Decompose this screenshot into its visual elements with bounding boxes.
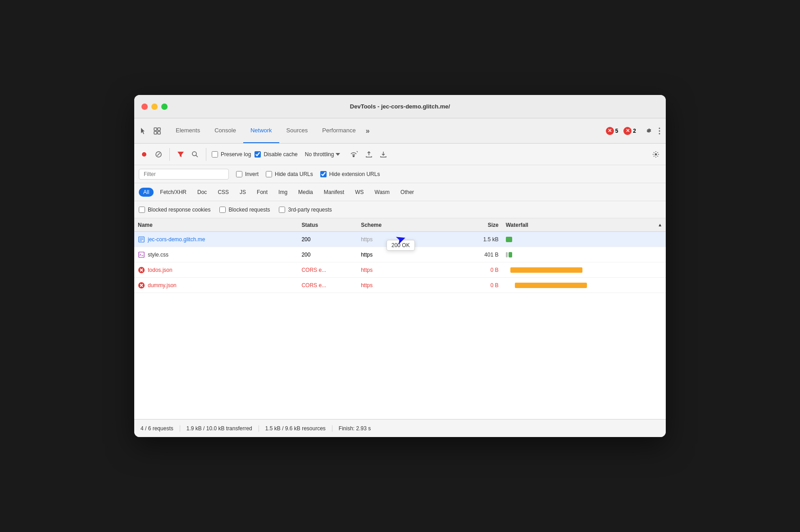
header-scheme[interactable]: Scheme — [357, 222, 443, 228]
preserve-log-checkbox[interactable] — [212, 151, 218, 158]
tab-performance[interactable]: Performance — [315, 118, 363, 143]
error-badge-red: ✕ 5 — [606, 127, 618, 135]
hide-data-urls-label[interactable]: Hide data URLs — [266, 171, 313, 177]
header-waterfall[interactable]: Waterfall ▲ — [502, 222, 666, 228]
devtools-icons — [138, 125, 163, 137]
more-options-icon[interactable] — [657, 125, 662, 137]
hide-ext-urls-label[interactable]: Hide extension URLs — [320, 171, 380, 177]
row-name: todos.json — [148, 267, 173, 273]
minimize-button[interactable] — [151, 104, 158, 110]
error-badge-orange: ✕ 2 — [623, 127, 636, 135]
row-name-col: todos.json — [134, 266, 298, 274]
header-size[interactable]: Size — [443, 222, 502, 228]
wifi-icon[interactable] — [347, 149, 360, 160]
type-btn-img[interactable]: Img — [274, 188, 292, 197]
type-btn-doc[interactable]: Doc — [193, 188, 211, 197]
svg-rect-0 — [154, 128, 157, 131]
type-btn-media[interactable]: Media — [294, 188, 318, 197]
network-table: Name Status Scheme Size Waterfall ▲ — [134, 218, 666, 419]
svg-line-12 — [196, 155, 198, 157]
table-header: Name Status Scheme Size Waterfall ▲ — [134, 218, 666, 232]
error-icon-orange: ✕ — [623, 127, 632, 135]
throttle-dropdown[interactable]: No throttling — [301, 149, 344, 159]
more-tabs-button[interactable]: » — [363, 123, 373, 139]
svg-point-5 — [659, 130, 660, 131]
invert-label[interactable]: Invert — [236, 171, 259, 177]
waterfall-bar — [506, 237, 512, 242]
svg-rect-3 — [158, 131, 160, 134]
inspect-icon[interactable] — [151, 125, 163, 137]
disable-cache-checkbox[interactable] — [255, 151, 261, 158]
row-scheme: https — [357, 267, 443, 273]
row-waterfall — [502, 237, 666, 242]
toolbar-divider-2 — [206, 148, 206, 161]
hide-data-urls-checkbox[interactable] — [266, 171, 272, 177]
status-requests: 4 / 6 requests — [141, 425, 180, 432]
type-btn-other[interactable]: Other — [396, 188, 418, 197]
close-button[interactable] — [141, 104, 148, 110]
maximize-button[interactable] — [161, 104, 168, 110]
blocked-cookies-label[interactable]: Blocked response cookies — [139, 207, 210, 213]
third-party-label[interactable]: 3rd-party requests — [279, 207, 332, 213]
status-finish: Finish: 2.93 s — [332, 425, 377, 432]
search-icon[interactable] — [190, 149, 200, 160]
header-status[interactable]: Status — [298, 222, 357, 228]
type-btn-css[interactable]: CSS — [213, 188, 233, 197]
svg-point-4 — [659, 127, 660, 129]
upload-icon[interactable] — [364, 149, 374, 160]
row-size: 0 B — [443, 267, 502, 273]
filter-input[interactable] — [139, 169, 229, 180]
invert-checkbox[interactable] — [236, 171, 242, 177]
row-size: 1.5 kB — [443, 236, 502, 243]
table-row[interactable]: dummy.json CORS e... https 0 B — [134, 278, 666, 293]
filter-bar: Invert Hide data URLs Hide extension URL… — [134, 165, 666, 183]
preserve-log-label[interactable]: Preserve log — [212, 151, 251, 158]
type-btn-fetch-xhr[interactable]: Fetch/XHR — [155, 188, 191, 197]
blocked-requests-label[interactable]: Blocked requests — [219, 207, 270, 213]
type-btn-manifest[interactable]: Manifest — [319, 188, 349, 197]
svg-point-11 — [192, 152, 196, 156]
record-button[interactable] — [139, 149, 150, 160]
sort-arrow: ▲ — [658, 222, 662, 227]
traffic-lights — [141, 104, 168, 110]
hide-ext-urls-checkbox[interactable] — [320, 171, 327, 177]
blocked-requests-checkbox[interactable] — [219, 207, 226, 213]
tab-console[interactable]: Console — [207, 118, 243, 143]
row-name-col: style.css — [134, 251, 298, 258]
row-status: CORS e... — [298, 282, 357, 289]
type-btn-js[interactable]: JS — [235, 188, 250, 197]
table-row[interactable]: todos.json CORS e... https 0 B — [134, 262, 666, 278]
download-icon[interactable] — [378, 149, 389, 160]
table-row[interactable]: jec-cors-demo.glitch.me 200 https 1.5 kB… — [134, 232, 666, 247]
type-btn-all[interactable]: All — [139, 188, 154, 197]
row-status: CORS e... — [298, 267, 357, 273]
cursor-icon[interactable] — [138, 125, 150, 137]
type-btn-wasm[interactable]: Wasm — [370, 188, 395, 197]
doc-icon — [138, 236, 145, 243]
error-icon — [138, 266, 145, 274]
type-btn-font[interactable]: Font — [252, 188, 272, 197]
blocked-cookies-checkbox[interactable] — [139, 207, 145, 213]
status-bar: 4 / 6 requests 1.9 kB / 10.0 kB transfer… — [134, 419, 666, 437]
tab-bar: Elements Console Network Sources Perform… — [134, 118, 666, 144]
header-name[interactable]: Name — [134, 222, 298, 228]
row-waterfall — [502, 283, 666, 288]
tab-elements[interactable]: Elements — [168, 118, 207, 143]
type-btn-ws[interactable]: WS — [350, 188, 368, 197]
tab-network[interactable]: Network — [243, 118, 279, 143]
row-name-col: jec-cors-demo.glitch.me — [134, 236, 298, 243]
clear-button[interactable] — [153, 149, 164, 160]
svg-point-15 — [655, 153, 657, 155]
disable-cache-label[interactable]: Disable cache — [255, 151, 297, 158]
svg-marker-10 — [177, 152, 184, 157]
tab-sources[interactable]: Sources — [279, 118, 315, 143]
type-filter-bar: All Fetch/XHR Doc CSS JS Font Img Media … — [134, 183, 666, 201]
row-name: style.css — [148, 252, 168, 258]
network-settings-icon[interactable] — [650, 149, 661, 160]
third-party-checkbox[interactable] — [279, 207, 285, 213]
css-icon — [138, 251, 145, 258]
filter-icon[interactable] — [175, 149, 186, 160]
settings-icon[interactable] — [642, 125, 654, 137]
svg-point-7 — [141, 152, 147, 157]
status-resources: 1.5 kB / 9.6 kB resources — [259, 425, 332, 432]
